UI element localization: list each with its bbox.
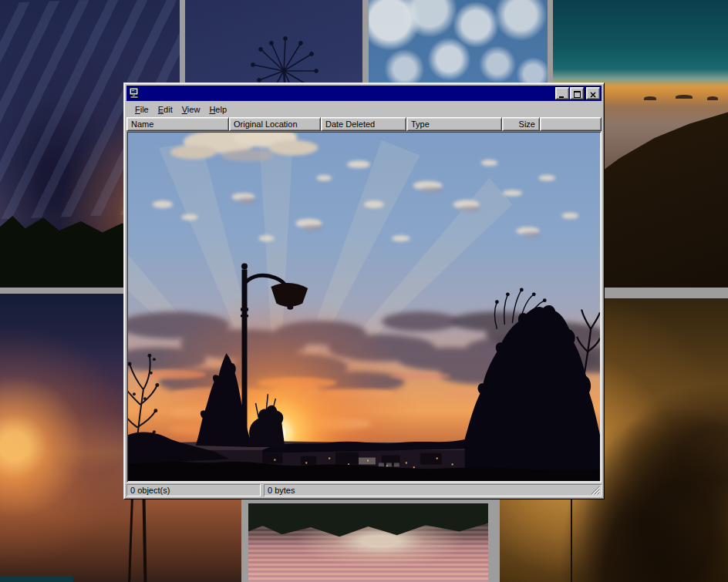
- menu-file[interactable]: File: [130, 103, 153, 116]
- maximize-button[interactable]: [570, 87, 584, 99]
- column-header-original-location[interactable]: Original Location: [229, 117, 321, 131]
- status-bytes-text: 0 bytes: [268, 486, 295, 495]
- menu-help[interactable]: Help: [204, 103, 231, 116]
- tree-reflection-decoration: [248, 503, 488, 540]
- close-icon: [590, 91, 596, 99]
- column-header-type[interactable]: Type: [406, 117, 502, 131]
- close-button[interactable]: [586, 87, 600, 99]
- wallpaper-tile-teal-edge: [0, 576, 73, 582]
- island-silhouette: [644, 96, 656, 100]
- minimize-icon: [559, 92, 565, 99]
- column-header-row: Name Original Location Date Deleted Type…: [126, 117, 602, 131]
- column-header-date-deleted[interactable]: Date Deleted: [321, 117, 406, 131]
- menu-edit[interactable]: Edit: [153, 103, 177, 116]
- recycle-bin-window: File Edit View Help Name Original Locati…: [123, 82, 605, 500]
- status-bytes: 0 bytes: [264, 484, 602, 496]
- file-list-area[interactable]: [126, 131, 602, 483]
- column-header-name[interactable]: Name: [126, 117, 229, 131]
- menu-bar: File Edit View Help: [126, 101, 602, 117]
- island-silhouette: [676, 95, 693, 99]
- column-header-filler[interactable]: [540, 117, 602, 131]
- minimize-button[interactable]: [555, 87, 569, 99]
- maximize-icon: [574, 90, 581, 99]
- menu-view[interactable]: View: [177, 103, 205, 116]
- resize-grip[interactable]: [591, 486, 600, 495]
- window-titlebar[interactable]: [126, 86, 602, 101]
- wallpaper-tile-water-reflections: [248, 503, 488, 582]
- status-object-count: 0 object(s): [126, 484, 261, 496]
- status-bar: 0 object(s) 0 bytes: [126, 484, 602, 496]
- island-silhouette: [707, 96, 718, 100]
- column-header-size[interactable]: Size: [502, 117, 540, 131]
- sunset-lamp-photo: [128, 133, 600, 481]
- computer-icon: [128, 87, 140, 99]
